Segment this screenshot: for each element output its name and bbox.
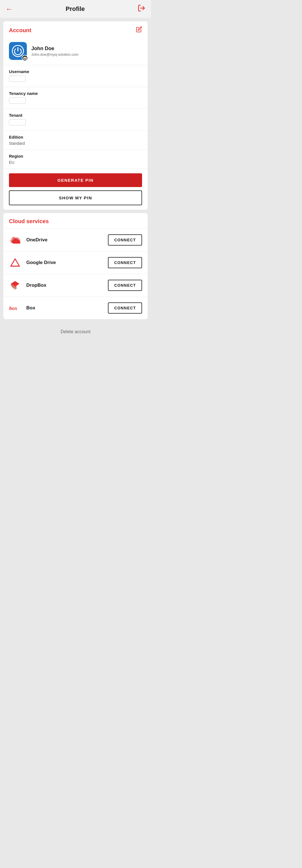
tenant-field: Tenant [3, 109, 148, 131]
profile-row: John Doe John.doe@myq-solution.com [3, 38, 148, 65]
camera-badge[interactable] [22, 55, 28, 61]
box-row: box Box CONNECT [3, 297, 148, 319]
cloud-services-header: Cloud services [3, 213, 148, 229]
tenancy-name-value-box[interactable] [9, 97, 26, 103]
googledrive-icon [9, 256, 21, 269]
back-button[interactable]: ← [6, 5, 13, 12]
box-connect-button[interactable]: CONNECT [108, 302, 142, 314]
avatar-wrap [9, 42, 27, 60]
account-title: Account [9, 27, 31, 34]
region-label: Region [9, 154, 142, 158]
box-icon: box [9, 302, 21, 314]
account-section-header: Account [3, 21, 148, 38]
dropbox-connect-button[interactable]: CONNECT [108, 280, 142, 291]
header: ← Profile [0, 0, 151, 18]
onedrive-icon [9, 234, 21, 246]
logout-button[interactable] [138, 4, 145, 14]
edition-value: Standard [9, 141, 142, 146]
googledrive-row: Google Drive CONNECT [3, 251, 148, 274]
onedrive-row: OneDrive CONNECT [3, 229, 148, 251]
generate-pin-button[interactable]: GENERATE PIN [9, 173, 142, 187]
pin-buttons: GENERATE PIN SHOW MY PIN [3, 169, 148, 210]
tenant-label: Tenant [9, 113, 142, 118]
box-label: Box [26, 305, 108, 311]
tenant-value-box[interactable] [9, 119, 26, 125]
username-label: Username [9, 69, 142, 74]
region-value: EU [9, 160, 142, 165]
region-field: Region EU [3, 150, 148, 169]
tenancy-name-field: Tenancy name [3, 87, 148, 109]
edition-label: Edition [9, 135, 142, 140]
footer: Delete account [0, 322, 151, 343]
dropbox-label: DropBox [26, 282, 108, 288]
profile-name: John Doe [31, 45, 78, 52]
edition-field: Edition Standard [3, 131, 148, 150]
username-field: Username [3, 65, 148, 87]
googledrive-connect-button[interactable]: CONNECT [108, 257, 142, 268]
dropbox-row: DropBox CONNECT [3, 274, 148, 297]
svg-text:box: box [9, 305, 17, 311]
profile-email: John.doe@myq-solution.com [31, 52, 78, 57]
tenancy-name-label: Tenancy name [9, 91, 142, 96]
googledrive-label: Google Drive [26, 260, 108, 266]
edit-button[interactable] [136, 26, 142, 34]
svg-marker-2 [11, 259, 20, 266]
dropbox-icon [9, 279, 21, 291]
delete-account-button[interactable]: Delete account [61, 329, 91, 334]
cloud-services-title: Cloud services [9, 218, 49, 224]
profile-info: John Doe John.doe@myq-solution.com [31, 45, 78, 57]
onedrive-label: OneDrive [26, 237, 108, 243]
cloud-services-section: Cloud services OneDrive CONNECT Go [3, 213, 148, 319]
show-pin-button[interactable]: SHOW MY PIN [9, 190, 142, 205]
account-section: Account John [3, 21, 148, 210]
onedrive-connect-button[interactable]: CONNECT [108, 235, 142, 246]
username-value-box[interactable] [9, 75, 26, 82]
page-title: Profile [66, 5, 85, 12]
